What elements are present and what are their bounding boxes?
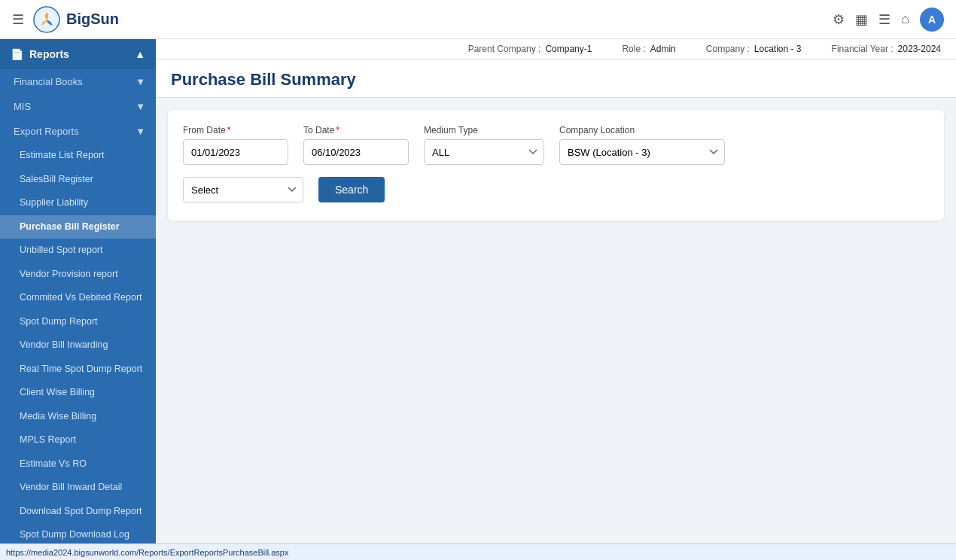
reports-section-icon: 📄 xyxy=(11,48,23,60)
company-location-group: Company Location BSW (Location - 3) Loca… xyxy=(559,125,725,165)
filter-row-2: Select Search xyxy=(183,177,929,202)
page-title: Purchase Bill Summary xyxy=(171,70,941,90)
from-date-group: From Date* xyxy=(183,125,288,165)
parent-company-block: Parent Company : Company-1 xyxy=(468,44,592,54)
financial-year-block: Financial Year : 2023-2024 xyxy=(832,44,941,54)
reports-chevron-icon: ▲ xyxy=(135,48,145,60)
sidebar-group-mis[interactable]: MIS ▼ xyxy=(0,94,156,119)
layout: 📄 Reports ▲ Financial Books ▼ MIS ▼ Expo… xyxy=(0,39,956,560)
financial-books-chevron: ▼ xyxy=(135,76,145,87)
financial-books-label: Financial Books xyxy=(14,76,83,87)
sidebar-item[interactable]: SalesBill Register xyxy=(0,168,156,192)
sidebar-item[interactable]: Commited Vs Debited Report xyxy=(0,286,156,310)
company-label: Company : xyxy=(706,44,750,54)
to-date-group: To Date* xyxy=(303,125,409,165)
role-block: Role : Admin xyxy=(622,44,675,54)
sidebar-item[interactable]: Client Wise Billing xyxy=(0,381,156,405)
sidebar-reports-label: Reports xyxy=(29,48,69,60)
sidebar-item[interactable]: Estimate Vs RO xyxy=(0,452,156,476)
extra-select-group: Select xyxy=(183,177,303,202)
export-reports-label: Export Reports xyxy=(14,126,79,137)
sidebar: 📄 Reports ▲ Financial Books ▼ MIS ▼ Expo… xyxy=(0,39,156,560)
logo-text: BigSun xyxy=(66,11,119,28)
list-icon[interactable]: ☰ xyxy=(878,11,891,28)
medium-type-label: Medium Type xyxy=(424,125,544,135)
mis-chevron: ▼ xyxy=(135,101,145,112)
statusbar-url: https://media2024.bigsunworld.com/Report… xyxy=(6,548,288,557)
sidebar-reports-section[interactable]: 📄 Reports ▲ xyxy=(0,39,156,69)
sidebar-item[interactable]: Media Wise Billing xyxy=(0,405,156,429)
sidebar-item[interactable]: Real Time Spot Dump Report xyxy=(0,358,156,382)
home-icon[interactable]: ⌂ xyxy=(901,11,909,27)
role-label: Role : xyxy=(622,44,645,54)
financial-year-label: Financial Year : xyxy=(832,44,894,54)
hamburger-icon[interactable]: ☰ xyxy=(12,11,24,28)
sidebar-item[interactable]: Estimate List Report xyxy=(0,144,156,168)
from-date-required: * xyxy=(227,125,231,135)
parent-company-label: Parent Company : xyxy=(468,44,541,54)
sidebar-group-financial-books[interactable]: Financial Books ▼ xyxy=(0,69,156,94)
from-date-label: From Date* xyxy=(183,125,288,135)
mis-label: MIS xyxy=(14,101,31,112)
search-button[interactable]: Search xyxy=(318,177,385,202)
medium-type-select[interactable]: ALL Print Digital TV Radio xyxy=(424,139,544,165)
sidebar-item[interactable]: Vendor Bill Inwarding xyxy=(0,333,156,358)
sidebar-group-export-reports[interactable]: Export Reports ▼ xyxy=(0,119,156,144)
sidebar-item[interactable]: Vendor Provision report xyxy=(0,263,156,287)
avatar[interactable]: A xyxy=(920,8,944,32)
company-location-select[interactable]: BSW (Location - 3) Location - 1 Location… xyxy=(559,139,725,165)
sidebar-item[interactable]: Unbilled Spot report xyxy=(0,239,156,263)
sidebar-item[interactable]: MPLS Report xyxy=(0,428,156,452)
bigsun-logo-icon xyxy=(33,6,60,33)
medium-type-group: Medium Type ALL Print Digital TV Radio xyxy=(424,125,544,165)
company-block: Company : Location - 3 xyxy=(706,44,802,54)
topbar-right: ⚙ ▦ ☰ ⌂ A xyxy=(833,8,944,32)
sidebar-item[interactable]: Download Spot Dump Report xyxy=(0,500,156,524)
financial-year-value: 2023-2024 xyxy=(898,44,941,54)
company-location-label: Company Location xyxy=(559,125,725,135)
from-date-input[interactable] xyxy=(183,139,288,165)
company-info-bar: Parent Company : Company-1 Role : Admin … xyxy=(156,39,956,59)
page-header: Purchase Bill Summary xyxy=(156,59,956,98)
gear-icon[interactable]: ⚙ xyxy=(833,11,845,28)
main-content: Parent Company : Company-1 Role : Admin … xyxy=(156,39,956,560)
filter-panel: From Date* To Date* Medium Type ALL xyxy=(168,110,944,221)
company-location-value: Location - 3 xyxy=(754,44,802,54)
parent-company-value: Company-1 xyxy=(545,44,592,54)
sidebar-item-purchase-bill-register[interactable]: Purchase Bill Register xyxy=(0,215,156,239)
statusbar: https://media2024.bigsunworld.com/Report… xyxy=(0,543,956,560)
sidebar-item[interactable]: Supplier Liability xyxy=(0,191,156,215)
to-date-input[interactable] xyxy=(303,139,409,165)
sidebar-item[interactable]: Vendor Bill Inward Detail xyxy=(0,476,156,500)
topbar: ☰ BigSun ⚙ ▦ ☰ ⌂ A xyxy=(0,0,956,39)
table-icon[interactable]: ▦ xyxy=(855,11,868,28)
export-reports-chevron: ▼ xyxy=(135,126,145,137)
logo-container: BigSun xyxy=(33,6,119,33)
sidebar-item[interactable]: Spot Dump Report xyxy=(0,310,156,334)
to-date-label: To Date* xyxy=(303,125,409,135)
extra-dropdown[interactable]: Select xyxy=(183,177,303,202)
to-date-required: * xyxy=(336,125,339,135)
filter-row: From Date* To Date* Medium Type ALL xyxy=(183,125,929,165)
role-value: Admin xyxy=(650,44,676,54)
topbar-left: ☰ BigSun xyxy=(12,6,119,33)
